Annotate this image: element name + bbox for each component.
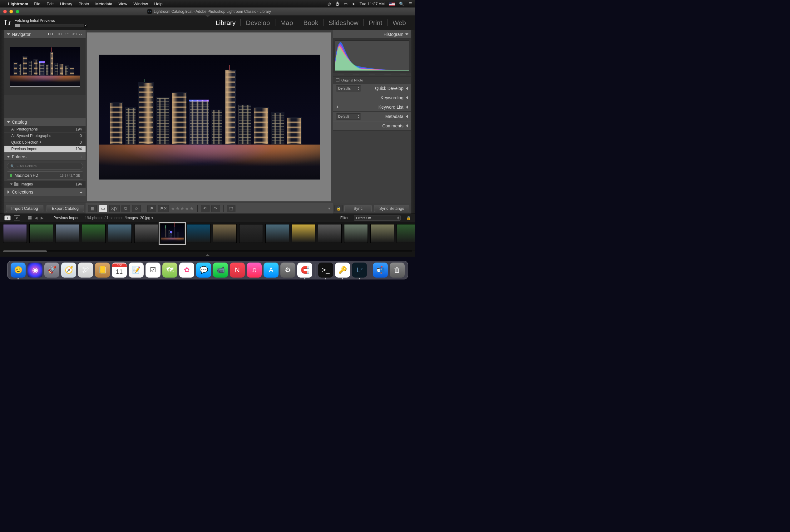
menu-help[interactable]: Help: [154, 2, 163, 6]
volume-row[interactable]: Macintosh HD 15.3 / 42.7 GB: [7, 171, 83, 179]
keyword-list-panel-header[interactable]: + Keyword List: [333, 102, 411, 112]
cancel-activity-button[interactable]: ✕: [84, 24, 88, 27]
survey-view-button[interactable]: ⧉: [121, 205, 130, 212]
filmstrip-thumb[interactable]: [134, 224, 158, 243]
add-collection-button[interactable]: +: [80, 190, 82, 195]
filmstrip-thumb[interactable]: [213, 224, 237, 243]
sync-metadata-button[interactable]: ⬚: [227, 205, 236, 212]
clock[interactable]: Tue 11:37 AM: [360, 2, 385, 6]
app-menu[interactable]: Lightroom: [8, 2, 28, 6]
dock-magnet-icon[interactable]: 🧲: [297, 263, 312, 278]
original-photo-toggle[interactable]: Original Photo: [333, 76, 411, 84]
dock-terminal-icon[interactable]: >_: [318, 263, 333, 278]
dock-photos-icon[interactable]: ✿: [179, 263, 194, 278]
power-tray-icon[interactable]: ⏻: [335, 2, 339, 6]
menu-edit[interactable]: Edit: [46, 2, 53, 6]
folders-filter-input[interactable]: 🔍 Filter Folders: [7, 163, 83, 170]
dock-preferences-icon[interactable]: ⚙: [280, 263, 295, 278]
catalog-panel-header[interactable]: Catalog: [4, 118, 86, 126]
histogram-panel-header[interactable]: Histogram: [333, 30, 411, 38]
go-forward-button[interactable]: ▶: [41, 216, 43, 220]
compare-view-button[interactable]: X|Y: [109, 205, 119, 212]
add-keyword-button[interactable]: +: [336, 104, 339, 110]
filmstrip-thumb[interactable]: [82, 224, 106, 243]
dock-finder-icon[interactable]: 😊: [11, 263, 25, 278]
module-develop[interactable]: Develop: [241, 19, 275, 26]
module-slideshow[interactable]: Slideshow: [323, 19, 363, 26]
dock-appstore-icon[interactable]: A: [264, 263, 279, 278]
airplay-tray-icon[interactable]: ▭: [344, 2, 347, 6]
filmstrip-thumb[interactable]: [370, 224, 394, 243]
menu-window[interactable]: Window: [134, 2, 148, 6]
navigator-panel-header[interactable]: Navigator FITFILL1:13:1 ▴▾: [4, 30, 86, 38]
quick-develop-preset-select[interactable]: Defaults▲▼: [336, 85, 361, 92]
menu-library[interactable]: Library: [60, 2, 72, 6]
dock-facetime-icon[interactable]: 📹: [213, 263, 228, 278]
rating-stars[interactable]: ★★★★★: [171, 206, 194, 211]
reveal-top-panel-icon[interactable]: [205, 15, 210, 17]
dock-contacts-icon[interactable]: 📒: [95, 263, 110, 278]
filmstrip-thumb[interactable]: [318, 224, 342, 243]
rotate-ccw-button[interactable]: ↶: [201, 205, 209, 212]
folder-row[interactable]: Images194: [4, 181, 86, 188]
right-panel-grip[interactable]: [411, 30, 415, 213]
image-canvas[interactable]: [86, 30, 333, 203]
flag-pick-button[interactable]: ⚑: [147, 205, 156, 212]
dock-trash-icon[interactable]: 🗑: [390, 263, 405, 278]
people-view-button[interactable]: ☺: [132, 205, 141, 212]
reveal-bottom-panel-icon[interactable]: [0, 253, 415, 256]
dock-1password-icon[interactable]: 🔑: [335, 263, 350, 278]
grid-toggle-icon[interactable]: [28, 216, 32, 220]
minimize-window-button[interactable]: [10, 10, 13, 14]
filmstrip-thumb[interactable]: [56, 224, 79, 243]
dock-lightroom-icon[interactable]: Lr: [352, 263, 367, 278]
dock-news-icon[interactable]: N: [230, 263, 245, 278]
filmstrip-thumb[interactable]: [3, 224, 27, 243]
menu-photo[interactable]: Photo: [78, 2, 89, 6]
folders-panel-header[interactable]: Folders +: [4, 152, 86, 161]
filmstrip-thumb[interactable]: [344, 224, 368, 243]
catalog-row[interactable]: All Synced Photographs0: [4, 133, 86, 139]
filmstrip-thumb[interactable]: [291, 224, 315, 243]
dock-reminders-icon[interactable]: ☑︎: [146, 263, 161, 278]
loupe-view-button[interactable]: ▭: [99, 205, 108, 212]
secondary-display-button[interactable]: 2: [14, 215, 20, 221]
filter-select[interactable]: Filters Off▲▼: [354, 215, 401, 221]
dock-notes-icon[interactable]: 📝: [129, 263, 144, 278]
filmstrip-thumb[interactable]: [239, 224, 263, 243]
filmstrip-thumb[interactable]: [161, 224, 184, 243]
quick-develop-panel-header[interactable]: Defaults▲▼ Quick Develop: [333, 84, 411, 93]
sync-settings-button[interactable]: Sync Settings: [374, 205, 409, 212]
flag-reject-button[interactable]: ⚑✕: [158, 205, 169, 212]
collections-panel-header[interactable]: Collections +: [4, 188, 86, 196]
catalog-row[interactable]: Previous Import194: [4, 146, 86, 152]
filmstrip-thumb[interactable]: [108, 224, 132, 243]
navigator-zoom-stepper-icon[interactable]: ▴▾: [79, 33, 82, 36]
module-map[interactable]: Map: [276, 19, 298, 26]
metadata-preset-select[interactable]: Default▲▼: [336, 113, 361, 119]
module-book[interactable]: Book: [298, 19, 323, 26]
toolbar-options-button[interactable]: ▾: [328, 206, 331, 211]
input-source-icon[interactable]: [389, 2, 395, 6]
add-folder-button[interactable]: +: [80, 154, 82, 159]
module-print[interactable]: Print: [364, 19, 387, 26]
dock-downloads-icon[interactable]: 📬: [373, 263, 388, 278]
menu-metadata[interactable]: Metadata: [95, 2, 112, 6]
location-tray-icon[interactable]: ➤: [352, 2, 355, 6]
dock-calendar-icon[interactable]: DEC11: [112, 263, 127, 278]
zoom-window-button[interactable]: [16, 10, 19, 14]
primary-display-button[interactable]: 1: [4, 215, 11, 221]
dock-messages-icon[interactable]: 💬: [196, 263, 211, 278]
go-back-button[interactable]: ◀: [35, 216, 37, 220]
grid-view-button[interactable]: ▦: [88, 205, 97, 212]
filmstrip-thumb[interactable]: [265, 224, 289, 243]
sync-button[interactable]: Sync: [344, 205, 372, 212]
module-library[interactable]: Library: [210, 19, 241, 26]
catalog-row[interactable]: All Photographs194: [4, 126, 86, 133]
filmstrip-thumb[interactable]: [397, 224, 415, 243]
sync-lock-button[interactable]: 🔒: [334, 205, 342, 212]
navigator-zoom-options[interactable]: FITFILL1:13:1: [46, 33, 77, 36]
dock-siri-icon[interactable]: ◉: [27, 263, 42, 278]
left-panel-grip[interactable]: [0, 30, 4, 213]
catalog-row[interactable]: Quick Collection +0: [4, 139, 86, 146]
